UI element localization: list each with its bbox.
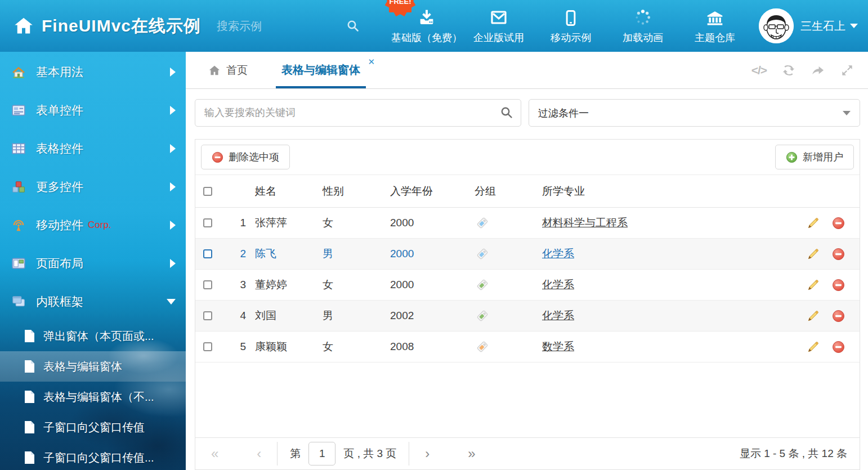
delete-row-icon[interactable] bbox=[832, 310, 845, 323]
nav-item-mobile-demo[interactable]: 移动示例 bbox=[537, 7, 605, 44]
download-icon bbox=[418, 7, 436, 26]
expand-arrow-icon bbox=[170, 259, 176, 268]
row-checkbox[interactable] bbox=[203, 342, 212, 351]
tab-grid-edit-window[interactable]: 表格与编辑窗体 ✕ bbox=[276, 52, 366, 88]
minus-circle-icon bbox=[212, 151, 223, 163]
view-source-icon[interactable]: </> bbox=[751, 64, 767, 77]
nav-item-basic-edition[interactable]: FREE! 基础版（免费） bbox=[393, 7, 460, 44]
major-link[interactable]: 化学系 bbox=[542, 279, 574, 290]
nav-item-theme-store[interactable]: 主题仓库 bbox=[681, 7, 749, 44]
cubes-icon bbox=[11, 180, 26, 194]
row-checkbox[interactable] bbox=[203, 280, 212, 289]
edit-icon[interactable] bbox=[807, 248, 820, 261]
nav-item-enterprise-trial[interactable]: 企业版试用 bbox=[465, 7, 533, 44]
header-search-icon[interactable] bbox=[346, 19, 360, 33]
sidebar-item-page-layout[interactable]: 页面布局 bbox=[0, 244, 186, 283]
edit-icon[interactable] bbox=[807, 310, 820, 323]
cell-gender: 女 bbox=[316, 216, 383, 230]
sidebar-subitem-child-to-parent-2[interactable]: 子窗口向父窗口传值... bbox=[0, 442, 186, 470]
edit-icon[interactable] bbox=[807, 341, 820, 353]
row-checkbox[interactable] bbox=[203, 249, 212, 258]
major-link[interactable]: 化学系 bbox=[542, 248, 574, 259]
table-row-selected[interactable]: 2 陈飞 男 2000 化学系 bbox=[195, 239, 860, 270]
table-row[interactable]: 3 董婷婷 女 2000 化学系 bbox=[195, 270, 860, 301]
sidebar-item-more-controls[interactable]: 更多控件 bbox=[0, 168, 186, 206]
sidebar: 基本用法 表单控件 表格控件 更多控件 移动控件 Corp. bbox=[0, 52, 186, 470]
users-table: 姓名 性别 入学年份 分组 所学专业 1 张萍萍 女 2000 bbox=[195, 175, 860, 362]
last-page-button[interactable]: » bbox=[464, 447, 478, 460]
cell-year: 2000 bbox=[383, 279, 468, 291]
delete-selected-button[interactable]: 删除选中项 bbox=[201, 145, 290, 169]
sidebar-item-inline-frame[interactable]: 内联框架 bbox=[0, 283, 186, 321]
edit-icon[interactable] bbox=[807, 279, 820, 292]
select-all-checkbox[interactable] bbox=[203, 187, 212, 196]
form-icon bbox=[11, 103, 26, 118]
cell-gender: 女 bbox=[316, 277, 383, 292]
page-icon bbox=[24, 451, 35, 464]
keyword-search-input[interactable] bbox=[195, 99, 521, 127]
next-page-button[interactable]: › bbox=[422, 447, 433, 460]
grid-panel: 删除选中项 新增用户 姓名 性别 入学年份 分组 所 bbox=[195, 139, 860, 470]
expand-arrow-icon bbox=[170, 144, 176, 153]
table-row[interactable]: 1 张萍萍 女 2000 材料科学与工程系 bbox=[195, 208, 860, 239]
user-menu[interactable]: 三生石上 bbox=[759, 8, 858, 43]
record-summary: 显示 1 - 5 条 , 共 12 条 bbox=[740, 446, 847, 461]
tag-icon bbox=[476, 309, 489, 323]
add-user-button[interactable]: 新增用户 bbox=[775, 145, 854, 169]
free-badge: FREE! bbox=[384, 0, 417, 17]
prev-page-button[interactable]: ‹ bbox=[253, 447, 265, 460]
table-icon bbox=[11, 141, 26, 156]
table-row[interactable]: 5 康颖颖 女 2008 数学系 bbox=[195, 332, 860, 362]
home-logo-icon bbox=[14, 16, 34, 36]
search-icon[interactable] bbox=[500, 106, 513, 119]
page-icon bbox=[24, 390, 35, 404]
house-icon bbox=[11, 65, 26, 79]
refresh-icon[interactable] bbox=[781, 63, 796, 78]
filter-dropdown[interactable]: 过滤条件一 bbox=[529, 99, 860, 127]
expand-arrow-icon bbox=[170, 182, 176, 191]
header-search-input[interactable] bbox=[217, 20, 301, 33]
page-suffix-label: 页 , 共 3 页 bbox=[343, 446, 396, 461]
sidebar-item-form-controls[interactable]: 表单控件 bbox=[0, 91, 186, 129]
spinner-icon bbox=[634, 7, 652, 26]
fullscreen-icon[interactable] bbox=[840, 63, 854, 78]
tab-home[interactable]: 首页 bbox=[203, 52, 253, 88]
delete-row-icon[interactable] bbox=[832, 217, 845, 230]
edit-icon[interactable] bbox=[807, 217, 820, 230]
major-link[interactable]: 化学系 bbox=[542, 310, 574, 321]
col-group: 分组 bbox=[468, 184, 535, 199]
expand-arrow-icon bbox=[170, 68, 176, 77]
tab-close-icon[interactable]: ✕ bbox=[368, 57, 375, 66]
delete-row-icon[interactable] bbox=[832, 341, 845, 353]
page-prefix-label: 第 bbox=[290, 446, 301, 461]
sidebar-subitem-grid-edit-window[interactable]: 表格与编辑窗体 bbox=[0, 351, 186, 382]
major-link[interactable]: 数学系 bbox=[542, 341, 574, 352]
share-icon[interactable] bbox=[811, 63, 825, 78]
sidebar-item-grid-controls[interactable]: 表格控件 bbox=[0, 129, 186, 168]
col-gender: 性别 bbox=[316, 184, 383, 199]
sidebar-subitem-child-to-parent[interactable]: 子窗口向父窗口传值 bbox=[0, 412, 186, 442]
table-row[interactable]: 4 刘国 男 2002 化学系 bbox=[195, 301, 860, 332]
delete-row-icon[interactable] bbox=[832, 279, 845, 292]
home-tab-icon bbox=[208, 64, 221, 77]
user-name: 三生石上 bbox=[800, 19, 845, 34]
page-number-input[interactable] bbox=[308, 442, 335, 465]
major-link[interactable]: 材料科学与工程系 bbox=[542, 217, 628, 229]
cell-name: 康颖颖 bbox=[248, 339, 316, 354]
sidebar-item-basic-usage[interactable]: 基本用法 bbox=[0, 53, 186, 91]
wireless-icon bbox=[11, 218, 26, 232]
first-page-button[interactable]: « bbox=[208, 447, 222, 460]
col-year: 入学年份 bbox=[383, 184, 468, 199]
app-logo[interactable]: FineUIMvc在线示例 bbox=[14, 15, 201, 38]
sidebar-subitem-popup-window[interactable]: 弹出窗体（本页面或... bbox=[0, 321, 186, 351]
row-checkbox[interactable] bbox=[203, 311, 212, 320]
user-avatar bbox=[759, 8, 794, 43]
row-checkbox[interactable] bbox=[203, 218, 212, 227]
nav-item-loading-animation[interactable]: 加载动画 bbox=[609, 7, 677, 44]
app-title: FineUIMvc在线示例 bbox=[42, 15, 201, 38]
sidebar-subitem-grid-edit-window-2[interactable]: 表格与编辑窗体（不... bbox=[0, 382, 186, 412]
frames-icon bbox=[11, 294, 26, 309]
page-icon bbox=[24, 420, 35, 434]
delete-row-icon[interactable] bbox=[832, 248, 845, 261]
sidebar-item-mobile-controls[interactable]: 移动控件 Corp. bbox=[0, 206, 186, 244]
